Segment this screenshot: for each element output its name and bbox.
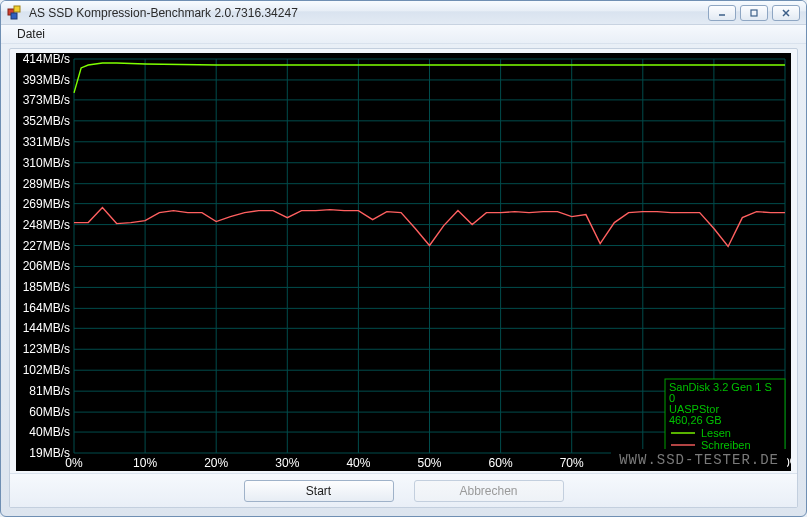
menu-datei[interactable]: Datei [9,25,53,43]
y-tick-label: 393MB/s [23,73,70,87]
cancel-button: Abbrechen [414,480,564,502]
svg-rect-1 [14,6,20,12]
y-tick-label: 289MB/s [23,177,70,191]
watermark: www.ssd-tester.de [611,449,787,471]
x-tick-label: 60% [489,456,513,470]
y-tick-label: 269MB/s [23,197,70,211]
y-tick-label: 331MB/s [23,135,70,149]
menubar: Datei [1,25,806,44]
titlebar: AS SSD Kompression-Benchmark 2.0.7316.34… [1,1,806,25]
y-tick-label: 185MB/s [23,280,70,294]
legend-capacity: 460,26 GB [669,414,722,426]
x-tick-label: 20% [204,456,228,470]
x-tick-label: 40% [346,456,370,470]
x-tick-label: 10% [133,456,157,470]
y-tick-label: 310MB/s [23,156,70,170]
y-tick-label: 102MB/s [23,363,70,377]
minimize-button[interactable] [708,5,736,21]
maximize-button[interactable] [740,5,768,21]
y-tick-label: 81MB/s [29,384,70,398]
app-icon [7,5,23,21]
y-tick-label: 40MB/s [29,425,70,439]
x-tick-label: 70% [560,456,584,470]
y-tick-label: 373MB/s [23,93,70,107]
x-tick-label: 30% [275,456,299,470]
y-tick-label: 144MB/s [23,321,70,335]
client-area: 19MB/s40MB/s60MB/s81MB/s102MB/s123MB/s14… [9,48,798,508]
x-tick-label: 0% [65,456,83,470]
y-tick-label: 164MB/s [23,301,70,315]
app-window: AS SSD Kompression-Benchmark 2.0.7316.34… [0,0,807,517]
y-tick-label: 352MB/s [23,114,70,128]
window-title: AS SSD Kompression-Benchmark 2.0.7316.34… [29,6,708,20]
y-tick-label: 227MB/s [23,239,70,253]
button-row: Start Abbrechen [10,473,797,507]
svg-rect-2 [11,13,17,19]
chart-area: 19MB/s40MB/s60MB/s81MB/s102MB/s123MB/s14… [16,53,791,471]
compression-chart: 19MB/s40MB/s60MB/s81MB/s102MB/s123MB/s14… [16,53,791,471]
legend-device: SanDisk 3.2 Gen 1 S [669,381,772,393]
y-tick-label: 60MB/s [29,405,70,419]
y-tick-label: 206MB/s [23,259,70,273]
y-tick-label: 19MB/s [29,446,70,460]
x-tick-label: 50% [417,456,441,470]
start-button[interactable]: Start [244,480,394,502]
y-tick-label: 414MB/s [23,53,70,66]
legend-read: Lesen [701,427,731,439]
y-tick-label: 123MB/s [23,342,70,356]
window-controls [708,5,800,21]
close-button[interactable] [772,5,800,21]
y-tick-label: 248MB/s [23,218,70,232]
svg-rect-4 [751,10,757,16]
